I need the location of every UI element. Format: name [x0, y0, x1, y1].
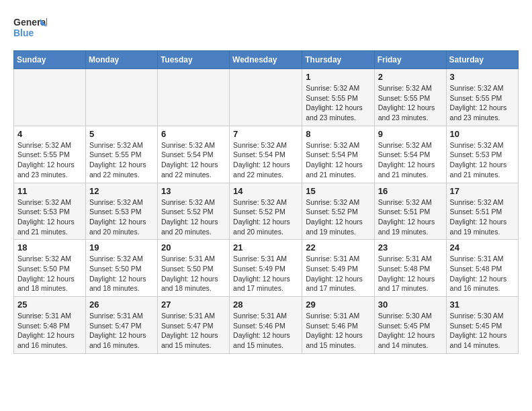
- day-number: 7: [233, 129, 298, 139]
- col-header-saturday: Saturday: [446, 51, 518, 69]
- day-info: Sunrise: 5:32 AM Sunset: 5:55 PM Dayligh…: [17, 140, 82, 180]
- day-number: 25: [17, 300, 82, 310]
- svg-text:Blue: Blue: [13, 28, 34, 38]
- day-info: Sunrise: 5:32 AM Sunset: 5:55 PM Dayligh…: [89, 140, 154, 180]
- logo-svg: GeneralBlue: [13, 13, 47, 44]
- day-info: Sunrise: 5:32 AM Sunset: 5:52 PM Dayligh…: [161, 197, 226, 237]
- day-info: Sunrise: 5:32 AM Sunset: 5:50 PM Dayligh…: [17, 254, 82, 293]
- day-number: 16: [378, 186, 443, 196]
- day-cell: 19Sunrise: 5:32 AM Sunset: 5:50 PM Dayli…: [85, 240, 157, 297]
- day-number: 19: [89, 242, 154, 253]
- day-cell: 11Sunrise: 5:32 AM Sunset: 5:53 PM Dayli…: [14, 183, 86, 240]
- week-row-5: 25Sunrise: 5:31 AM Sunset: 5:48 PM Dayli…: [14, 297, 519, 354]
- day-info: Sunrise: 5:31 AM Sunset: 5:50 PM Dayligh…: [161, 254, 226, 293]
- day-number: 30: [378, 300, 443, 310]
- logo: GeneralBlue: [13, 13, 47, 44]
- day-number: 14: [233, 186, 298, 196]
- day-cell: 5Sunrise: 5:32 AM Sunset: 5:55 PM Daylig…: [85, 126, 157, 183]
- day-info: Sunrise: 5:32 AM Sunset: 5:53 PM Dayligh…: [450, 140, 515, 180]
- day-cell: 4Sunrise: 5:32 AM Sunset: 5:55 PM Daylig…: [14, 126, 86, 183]
- day-cell: 26Sunrise: 5:31 AM Sunset: 5:47 PM Dayli…: [85, 297, 157, 354]
- col-header-monday: Monday: [85, 51, 157, 69]
- day-cell: 10Sunrise: 5:32 AM Sunset: 5:53 PM Dayli…: [446, 126, 518, 183]
- day-number: 22: [306, 242, 370, 253]
- day-cell: 27Sunrise: 5:31 AM Sunset: 5:47 PM Dayli…: [157, 297, 229, 354]
- day-cell: 14Sunrise: 5:32 AM Sunset: 5:52 PM Dayli…: [230, 183, 302, 240]
- day-number: 10: [450, 129, 515, 139]
- day-info: Sunrise: 5:31 AM Sunset: 5:48 PM Dayligh…: [378, 254, 443, 293]
- day-cell: 16Sunrise: 5:32 AM Sunset: 5:51 PM Dayli…: [374, 183, 446, 240]
- day-number: 4: [17, 129, 82, 139]
- day-info: Sunrise: 5:31 AM Sunset: 5:46 PM Dayligh…: [306, 311, 370, 351]
- day-cell: 8Sunrise: 5:32 AM Sunset: 5:54 PM Daylig…: [302, 126, 374, 183]
- day-info: Sunrise: 5:32 AM Sunset: 5:53 PM Dayligh…: [17, 197, 82, 237]
- day-number: 24: [450, 242, 515, 253]
- day-info: Sunrise: 5:31 AM Sunset: 5:48 PM Dayligh…: [17, 311, 82, 351]
- week-row-1: 1Sunrise: 5:32 AM Sunset: 5:55 PM Daylig…: [14, 69, 519, 126]
- day-number: 28: [233, 300, 298, 310]
- day-cell: 31Sunrise: 5:30 AM Sunset: 5:45 PM Dayli…: [446, 297, 518, 354]
- day-number: 6: [161, 129, 226, 139]
- day-number: 18: [17, 242, 82, 253]
- day-cell: 18Sunrise: 5:32 AM Sunset: 5:50 PM Dayli…: [14, 240, 86, 297]
- day-info: Sunrise: 5:31 AM Sunset: 5:49 PM Dayligh…: [306, 254, 370, 293]
- day-info: Sunrise: 5:30 AM Sunset: 5:45 PM Dayligh…: [450, 311, 515, 351]
- day-info: Sunrise: 5:32 AM Sunset: 5:53 PM Dayligh…: [89, 197, 154, 237]
- col-header-wednesday: Wednesday: [230, 51, 302, 69]
- day-info: Sunrise: 5:32 AM Sunset: 5:54 PM Dayligh…: [306, 140, 370, 180]
- day-info: Sunrise: 5:32 AM Sunset: 5:54 PM Dayligh…: [233, 140, 298, 180]
- day-number: 23: [378, 242, 443, 253]
- day-cell: 17Sunrise: 5:32 AM Sunset: 5:51 PM Dayli…: [446, 183, 518, 240]
- day-cell: 20Sunrise: 5:31 AM Sunset: 5:50 PM Dayli…: [157, 240, 229, 297]
- day-number: 27: [161, 300, 226, 310]
- calendar-header-row: SundayMondayTuesdayWednesdayThursdayFrid…: [14, 51, 519, 69]
- day-info: Sunrise: 5:31 AM Sunset: 5:48 PM Dayligh…: [450, 254, 515, 293]
- day-info: Sunrise: 5:31 AM Sunset: 5:46 PM Dayligh…: [233, 311, 298, 351]
- day-cell: 29Sunrise: 5:31 AM Sunset: 5:46 PM Dayli…: [302, 297, 374, 354]
- day-number: 8: [306, 129, 370, 139]
- day-number: 31: [450, 300, 515, 310]
- day-number: 15: [306, 186, 370, 196]
- day-cell: 15Sunrise: 5:32 AM Sunset: 5:52 PM Dayli…: [302, 183, 374, 240]
- day-cell: 28Sunrise: 5:31 AM Sunset: 5:46 PM Dayli…: [230, 297, 302, 354]
- day-cell: [230, 69, 302, 126]
- day-cell: 21Sunrise: 5:31 AM Sunset: 5:49 PM Dayli…: [230, 240, 302, 297]
- day-number: 29: [306, 300, 370, 310]
- day-number: 17: [450, 186, 515, 196]
- day-number: 12: [89, 186, 154, 196]
- day-number: 2: [378, 72, 443, 82]
- day-info: Sunrise: 5:31 AM Sunset: 5:49 PM Dayligh…: [233, 254, 298, 293]
- day-info: Sunrise: 5:32 AM Sunset: 5:54 PM Dayligh…: [378, 140, 443, 180]
- day-cell: 12Sunrise: 5:32 AM Sunset: 5:53 PM Dayli…: [85, 183, 157, 240]
- day-cell: [157, 69, 229, 126]
- day-number: 1: [306, 72, 370, 82]
- day-number: 3: [450, 72, 515, 82]
- day-cell: 2Sunrise: 5:32 AM Sunset: 5:55 PM Daylig…: [374, 69, 446, 126]
- day-cell: [14, 69, 86, 126]
- day-info: Sunrise: 5:32 AM Sunset: 5:51 PM Dayligh…: [450, 197, 515, 237]
- day-info: Sunrise: 5:32 AM Sunset: 5:52 PM Dayligh…: [306, 197, 370, 237]
- day-cell: 7Sunrise: 5:32 AM Sunset: 5:54 PM Daylig…: [230, 126, 302, 183]
- col-header-tuesday: Tuesday: [157, 51, 229, 69]
- day-number: 11: [17, 186, 82, 196]
- day-info: Sunrise: 5:32 AM Sunset: 5:52 PM Dayligh…: [233, 197, 298, 237]
- day-cell: 13Sunrise: 5:32 AM Sunset: 5:52 PM Dayli…: [157, 183, 229, 240]
- day-number: 13: [161, 186, 226, 196]
- week-row-2: 4Sunrise: 5:32 AM Sunset: 5:55 PM Daylig…: [14, 126, 519, 183]
- day-info: Sunrise: 5:32 AM Sunset: 5:55 PM Dayligh…: [306, 83, 370, 123]
- page-header: GeneralBlue: [13, 13, 519, 44]
- day-info: Sunrise: 5:32 AM Sunset: 5:55 PM Dayligh…: [378, 83, 443, 123]
- col-header-sunday: Sunday: [14, 51, 86, 69]
- day-number: 26: [89, 300, 154, 310]
- day-number: 5: [89, 129, 154, 139]
- day-cell: 30Sunrise: 5:30 AM Sunset: 5:45 PM Dayli…: [374, 297, 446, 354]
- day-info: Sunrise: 5:30 AM Sunset: 5:45 PM Dayligh…: [378, 311, 443, 351]
- day-cell: 23Sunrise: 5:31 AM Sunset: 5:48 PM Dayli…: [374, 240, 446, 297]
- col-header-friday: Friday: [374, 51, 446, 69]
- day-cell: 25Sunrise: 5:31 AM Sunset: 5:48 PM Dayli…: [14, 297, 86, 354]
- day-cell: 6Sunrise: 5:32 AM Sunset: 5:54 PM Daylig…: [157, 126, 229, 183]
- day-cell: 1Sunrise: 5:32 AM Sunset: 5:55 PM Daylig…: [302, 69, 374, 126]
- day-info: Sunrise: 5:32 AM Sunset: 5:54 PM Dayligh…: [161, 140, 226, 180]
- day-info: Sunrise: 5:32 AM Sunset: 5:50 PM Dayligh…: [89, 254, 154, 293]
- day-number: 9: [378, 129, 443, 139]
